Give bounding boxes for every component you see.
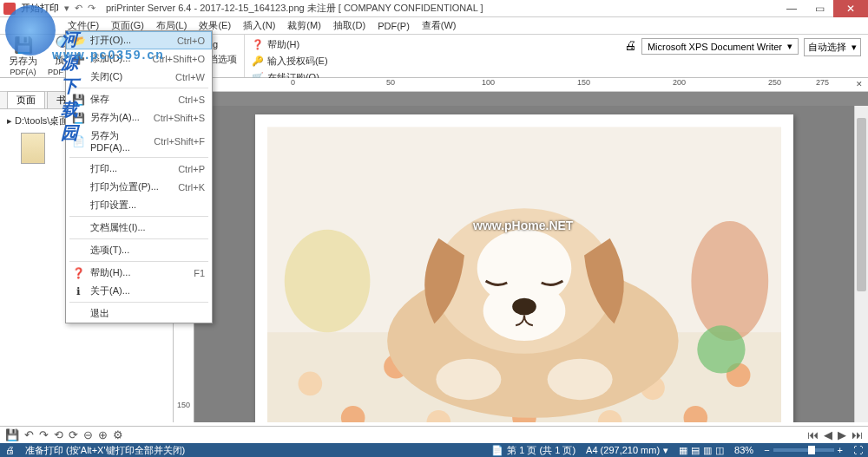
vertical-scrollbar[interactable] (854, 106, 868, 422)
mi-shortcut: F1 (194, 268, 205, 278)
tray-dropdown[interactable]: 自动选择 ▾ (804, 38, 861, 56)
mi-shortcut: Ctrl+W (175, 72, 205, 82)
view-mode-icon[interactable]: ▥ (703, 445, 712, 456)
menu-pdf[interactable]: PDF(P) (378, 21, 410, 31)
tool-undo-icon[interactable]: ↶ (24, 428, 34, 441)
ruler-tick: 150 (577, 78, 590, 87)
page-thumbnail[interactable] (21, 133, 45, 164)
mi-label: 打开(O)... (90, 34, 131, 47)
save-as-button[interactable]: 💾 另存为 PDF(A) (3, 35, 43, 77)
bottom-toolbar: 💾 ↶ ↷ ⟲ ⟳ ⊖ ⊕ ⚙ ⏮ ◀ ▶ ⏭ (0, 426, 868, 443)
window-title: priPrinter Server 6.4 - 2017-12-15_16412… (106, 2, 483, 15)
tool-rotate-right-icon[interactable]: ⟳ (69, 428, 78, 441)
pdfa-label: PDF(A) (10, 68, 36, 76)
menu-close[interactable]: 关闭(C)Ctrl+W (66, 68, 212, 86)
ruler-tick: 0 (291, 78, 295, 87)
fullscreen-icon[interactable]: ⛶ (853, 445, 863, 455)
mi-shortcut: Ctrl+Shift+S (154, 113, 205, 123)
menu-save-pdf[interactable]: 📄另存为 PDF(A)...Ctrl+Shift+F (66, 127, 212, 155)
menu-save-as[interactable]: 💾另存为(A)...Ctrl+Shift+S (66, 108, 212, 127)
mi-label: 保存 (90, 93, 109, 106)
mi-label: 选项(T)... (90, 244, 129, 257)
menu-print-settings[interactable]: 打印设置... (66, 196, 212, 214)
tool-zoom-in-icon[interactable]: ⊕ (98, 428, 108, 441)
menu-print[interactable]: 打印...Ctrl+P (66, 160, 212, 178)
menu-crop[interactable]: 裁剪(M) (287, 19, 321, 32)
file-menu-dropdown: 📂打开(O)...Ctrl+O ➕添加(D)...Ctrl+Shift+O 关闭… (65, 30, 213, 323)
mi-shortcut: Ctrl+O (177, 36, 205, 46)
paper-size: A4 (297,210 mm) (586, 445, 660, 455)
menu-open[interactable]: 📂打开(O)...Ctrl+O (66, 31, 212, 49)
ruler-close-icon[interactable]: ✕ (856, 80, 863, 88)
ruler-tick: 50 (386, 78, 395, 87)
menu-add[interactable]: ➕添加(D)...Ctrl+Shift+O (66, 49, 212, 68)
minimize-button[interactable]: — (778, 0, 806, 17)
page-info: 第 1 页 (共 1 页) (507, 444, 575, 457)
zoom-in-icon[interactable]: + (838, 445, 843, 455)
zoom-slider[interactable] (773, 448, 834, 452)
nav-last-icon[interactable]: ⏭ (852, 428, 863, 441)
chevron-down-icon: ▾ (852, 42, 857, 53)
save-icon: 💾 (13, 36, 34, 55)
menu-print-to[interactable]: 打印为位置(P)...Ctrl+K (66, 178, 212, 196)
nav-next-icon[interactable]: ▶ (838, 428, 846, 441)
menu-exit[interactable]: 退出 (66, 304, 212, 323)
tool-save-icon[interactable]: 💾 (5, 428, 19, 441)
save-as-icon: 💾 (71, 111, 85, 125)
view-mode-icon[interactable]: ◫ (715, 445, 724, 456)
tool-rotate-left-icon[interactable]: ⟲ (54, 428, 63, 441)
page-icon: 📄 (491, 445, 503, 456)
scrollbar-thumb[interactable] (857, 118, 866, 291)
mi-label: 帮助(H)... (90, 266, 130, 279)
printer-dropdown[interactable]: Microsoft XPS Document Writer ▾ (641, 38, 799, 55)
undo-icon[interactable]: ↶ (75, 3, 82, 14)
page-image (267, 127, 781, 422)
zoom-out-icon[interactable]: − (764, 445, 769, 455)
help-link[interactable]: 帮助(H) (267, 38, 299, 51)
menu-view[interactable]: 查看(W) (422, 19, 457, 32)
page-preview[interactable]: priPrinter Server Edition purchase at ww… (255, 114, 793, 422)
nav-prev-icon[interactable]: ◀ (824, 428, 832, 441)
save-as-label: 另存为 (9, 55, 37, 68)
tool-settings-icon[interactable]: ⚙ (113, 428, 123, 441)
mi-label: 退出 (90, 307, 109, 320)
menu-options[interactable]: 选项(T)... (66, 241, 212, 259)
mi-label: 关于(A)... (90, 284, 130, 297)
title-bar: 开始打印 ▾ ↶ ↷ priPrinter Server 6.4 - 2017-… (0, 0, 868, 17)
mi-label: 关闭(C) (90, 70, 122, 83)
mi-label: 另存为 PDF(A)... (90, 129, 154, 153)
menu-save[interactable]: 💾保存Ctrl+S (66, 90, 212, 108)
tool-zoom-out-icon[interactable]: ⊖ (83, 428, 93, 441)
tool-redo-icon[interactable]: ↷ (39, 428, 49, 441)
menu-help[interactable]: ❓帮助(H)...F1 (66, 264, 212, 282)
close-button[interactable]: ✕ (833, 0, 868, 17)
maximize-button[interactable]: ▭ (806, 0, 833, 17)
status-text: 准备打印 (按'Alt+X'键打印全部并关闭) (25, 444, 185, 457)
dropdown-icon[interactable]: ▾ (64, 3, 69, 14)
center-watermark: www.pHome.NET (473, 219, 573, 232)
menu-doc-props[interactable]: 文档属性(I)... (66, 219, 212, 237)
mi-label: 另存为(A)... (90, 111, 140, 124)
view-mode-icon[interactable]: ▦ (679, 445, 687, 456)
tab-page[interactable]: 页面 (7, 91, 45, 108)
menu-about[interactable]: ℹ关于(A)... (66, 282, 212, 300)
license-link[interactable]: 输入授权码(E) (267, 55, 328, 68)
menu-insert[interactable]: 插入(N) (243, 19, 275, 32)
view-mode-icon[interactable]: ▤ (691, 445, 700, 456)
mi-shortcut: Ctrl+P (178, 164, 205, 174)
nav-first-icon[interactable]: ⏮ (807, 428, 819, 441)
folder-open-icon: 📂 (72, 34, 86, 48)
mi-shortcut: Ctrl+Shift+F (154, 136, 205, 147)
redo-icon[interactable]: ↷ (88, 3, 95, 14)
zoom-thumb[interactable] (808, 446, 815, 454)
app-icon (3, 3, 16, 15)
help-icon: ❓ (252, 39, 264, 50)
printer-icon: 🖨 (624, 38, 636, 52)
chevron-down-icon[interactable]: ▾ (663, 445, 668, 456)
mi-label: 打印为位置(P)... (90, 180, 159, 193)
start-print-quick[interactable]: 开始打印 (21, 2, 59, 15)
add-icon: ➕ (71, 52, 85, 66)
menu-extract[interactable]: 抽取(D) (333, 19, 365, 32)
printer-name: Microsoft XPS Document Writer (648, 42, 782, 52)
chevron-down-icon: ▾ (787, 41, 792, 52)
